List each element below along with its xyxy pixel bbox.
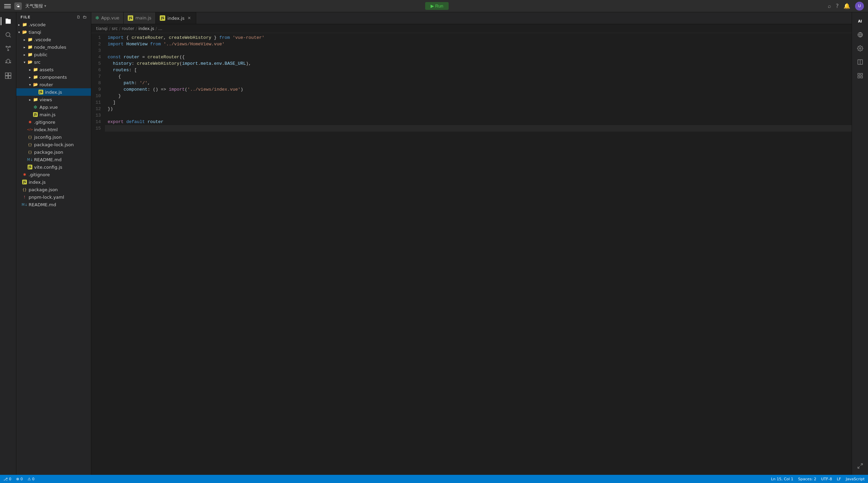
tree-item-pnpm-lock[interactable]: !pnpm-lock.yaml — [16, 193, 91, 201]
code-editor[interactable]: 123456789101112131415 import { createRou… — [91, 33, 852, 475]
tree-item-components[interactable]: ▸📁components — [16, 73, 91, 81]
breadcrumb-item-0[interactable]: tianqi — [96, 26, 108, 31]
code-line-8: path: '/', — [105, 80, 852, 86]
line-number-1: 1 — [95, 34, 101, 41]
tree-item-vite-config[interactable]: JSvite.config.js — [16, 163, 91, 171]
line-number-8: 8 — [95, 80, 101, 86]
tree-item-assets[interactable]: ▸📁assets — [16, 66, 91, 73]
right-activity-icon-ai[interactable]: AI — [854, 15, 866, 27]
title-bar-right: ⌕ ? 🔔 U — [828, 2, 864, 11]
tree-label-index-html: index.html — [34, 127, 58, 132]
activity-icon-search[interactable] — [2, 29, 14, 41]
code-line-5: history: createWebHistory(import.meta.en… — [105, 60, 852, 67]
tree-item-package-root[interactable]: {}package.json — [16, 186, 91, 193]
svg-point-3 — [9, 46, 10, 47]
tree-item-index-root[interactable]: JSindex.js — [16, 178, 91, 186]
right-activity-icon-settings[interactable] — [854, 42, 866, 55]
tab-app-vue[interactable]: ❇App.vue — [91, 12, 124, 24]
tree-arrow-views[interactable]: ▸ — [27, 97, 33, 102]
new-file-icon[interactable]: 🗋 — [77, 15, 81, 19]
svg-rect-7 — [5, 76, 8, 79]
tree-item-index-html[interactable]: </>index.html — [16, 126, 91, 133]
tree-arrow-components[interactable]: ▸ — [27, 74, 33, 80]
status-git[interactable]: ⎇ 0 — [3, 477, 11, 481]
run-button[interactable]: ▶ Run — [425, 2, 449, 10]
line-number-4: 4 — [95, 54, 101, 60]
tree-item-main-js[interactable]: JSmain.js — [16, 111, 91, 118]
menu-icon[interactable] — [4, 3, 11, 10]
avatar[interactable]: U — [855, 2, 864, 11]
status-language[interactable]: JavaScript — [846, 477, 865, 481]
bell-icon[interactable]: 🔔 — [843, 3, 850, 9]
tree-item-package-json[interactable]: {}package.json — [16, 148, 91, 156]
tree-label-pnpm-lock: pnpm-lock.yaml — [29, 195, 64, 200]
tree-item-gitignore-inner[interactable]: ✱.gitignore — [16, 118, 91, 126]
editor-area: ❇App.vueJSmain.jsJSindex.js✕ tianqi / sr… — [91, 12, 852, 475]
tree-item-vscode-inner[interactable]: ▸📁.vscode — [16, 36, 91, 43]
breadcrumb-item-1[interactable]: src — [112, 26, 118, 31]
code-content[interactable]: import { createRouter, createWebHistory … — [105, 33, 852, 475]
breadcrumb-item-4[interactable]: … — [158, 26, 162, 31]
tree-item-readme-root[interactable]: M↓README.md — [16, 201, 91, 208]
search-icon[interactable]: ⌕ — [828, 3, 831, 9]
tree-item-index-js[interactable]: JSindex.js — [16, 88, 91, 96]
line-number-7: 7 — [95, 73, 101, 80]
status-errors[interactable]: ⊗ 0 — [16, 477, 23, 481]
right-activity-icon-grid[interactable] — [854, 70, 866, 82]
tree-item-public[interactable]: ▸📁public — [16, 51, 91, 58]
tree-label-App-vue: App.vue — [40, 105, 58, 110]
tree-item-router[interactable]: ▾📂router — [16, 81, 91, 88]
tree-arrow-tianqi[interactable]: ▾ — [16, 29, 22, 35]
file-icon-index-root: JS — [22, 179, 27, 185]
tree-label-package-lock: package-lock.json — [34, 142, 74, 147]
breadcrumb-item-2[interactable]: router — [122, 26, 135, 31]
tab-main-js[interactable]: JSmain.js — [124, 12, 156, 24]
breadcrumb-item-3[interactable]: index.js — [138, 26, 154, 31]
activity-icon-debug[interactable] — [2, 56, 14, 68]
right-activity-icon-maximize[interactable] — [854, 460, 866, 472]
status-spaces[interactable]: Spaces: 2 — [798, 477, 816, 481]
status-bar: ⎇ 0 ⊗ 0 ⚠ 0 Ln 15, Col 1 Spaces: 2 UTF-8… — [0, 475, 868, 483]
activity-icon-files[interactable] — [2, 15, 14, 27]
tree-arrow-router[interactable]: ▾ — [27, 82, 33, 87]
tab-close-index-js[interactable]: ✕ — [186, 15, 192, 21]
tree-item-tianqi[interactable]: ▾📂tianqi — [16, 28, 91, 36]
status-encoding[interactable]: UTF-8 — [821, 477, 832, 481]
tree-label-views: views — [40, 97, 52, 102]
svg-line-18 — [858, 467, 859, 468]
tree-item-readme-inner[interactable]: M↓README.md — [16, 156, 91, 163]
tab-index-js[interactable]: JSindex.js✕ — [156, 12, 196, 24]
main-layout: File 🗋 🗀 ▸📁.vscode▾📂tianqi▸📁.vscode▸📁nod… — [0, 12, 868, 475]
tree-arrow-node_modules[interactable]: ▸ — [22, 44, 27, 50]
tree-arrow-vscode-inner[interactable]: ▸ — [22, 37, 27, 42]
activity-icon-git[interactable] — [2, 42, 14, 55]
tree-arrow-public[interactable]: ▸ — [22, 52, 27, 57]
tree-item-src[interactable]: ▾📂src — [16, 58, 91, 66]
tree-item-package-lock[interactable]: {}package-lock.json — [16, 141, 91, 148]
right-activity-icon-split[interactable] — [854, 56, 866, 68]
tree-arrow-src[interactable]: ▾ — [22, 59, 27, 65]
svg-rect-6 — [8, 73, 11, 76]
folder-icon-components: 📁 — [33, 74, 38, 80]
tree-item-jsconfig[interactable]: {}jsconfig.json — [16, 133, 91, 141]
status-line-ending[interactable]: LF — [837, 477, 841, 481]
tree-item-views[interactable]: ▸📁views — [16, 96, 91, 103]
right-activity-icon-remote[interactable] — [854, 29, 866, 41]
tree-label-readme-inner: README.md — [34, 157, 62, 162]
line-number-11: 11 — [95, 99, 101, 106]
tree-item-gitignore-root[interactable]: ✱.gitignore — [16, 171, 91, 178]
file-icon-pnpm-lock: ! — [22, 194, 27, 200]
new-folder-icon[interactable]: 🗀 — [83, 15, 87, 19]
tree-item-vscode-root[interactable]: ▸📁.vscode — [16, 21, 91, 28]
tree-arrow-vscode-root[interactable]: ▸ — [16, 22, 22, 27]
tree-label-vite-config: vite.config.js — [34, 165, 62, 170]
tree-item-node_modules[interactable]: ▸📁node_modules — [16, 43, 91, 51]
app-name[interactable]: 天气预报 ▾ — [25, 3, 46, 9]
status-warnings[interactable]: ⚠ 0 — [28, 477, 34, 481]
status-position[interactable]: Ln 15, Col 1 — [771, 477, 793, 481]
activity-icon-extensions[interactable] — [2, 70, 14, 82]
breadcrumb-sep-1: / — [119, 26, 121, 31]
help-icon[interactable]: ? — [836, 3, 839, 9]
tree-item-App-vue[interactable]: ❇App.vue — [16, 103, 91, 111]
tree-arrow-assets[interactable]: ▸ — [27, 67, 33, 72]
